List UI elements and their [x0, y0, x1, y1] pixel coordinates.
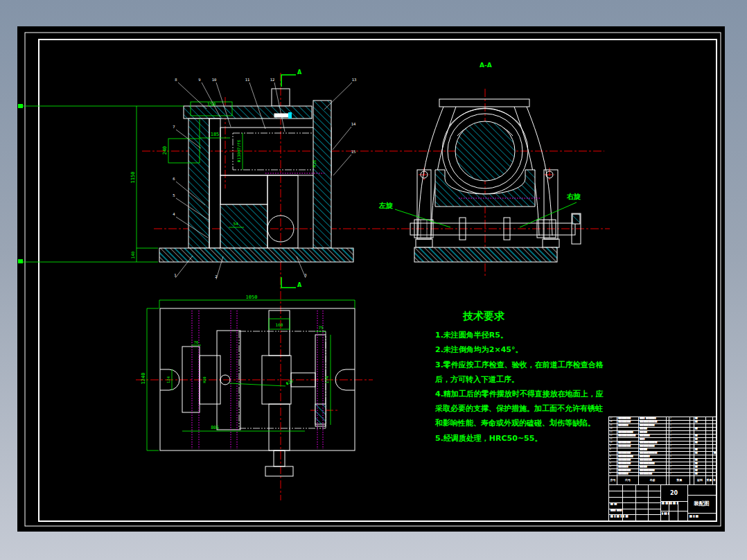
right-hand-thread-label: 右旋 — [566, 193, 581, 200]
title-block-line — [609, 497, 660, 498]
bom-cell — [713, 438, 717, 441]
section-arrow-label-top: A — [297, 69, 302, 76]
dim-flange: 150 — [207, 102, 216, 107]
balloon: 2 — [215, 274, 217, 279]
bom-cell: ██ — [694, 452, 706, 455]
bom-cell: 16 — [609, 421, 617, 423]
dim-plan-span: 805 — [211, 425, 219, 430]
bom-cell: 1 — [669, 424, 690, 427]
bom-cell: 1 — [609, 473, 617, 475]
bom-cell: ██████ — [639, 448, 667, 451]
bom-cell — [706, 452, 713, 455]
bom-cell: 2 — [669, 445, 690, 448]
bom-cell: 9 — [609, 445, 617, 448]
bom-cell: 1 — [669, 435, 690, 437]
dim-plan-height: 1240 — [141, 373, 146, 385]
bom-cell — [694, 431, 706, 434]
bom-header-cell: 代号 — [617, 476, 639, 484]
dim-base: 140 — [130, 251, 135, 259]
bom-cell — [713, 417, 717, 420]
bom-header-cell: 重量 — [706, 476, 713, 484]
bom-cell — [713, 431, 717, 434]
balloon: 5 — [173, 193, 175, 198]
balloon: 14 — [351, 122, 356, 126]
dim-plan-channel: 160 — [276, 322, 283, 327]
balloon: 9 — [198, 78, 200, 82]
bom-cell: 1 — [669, 473, 690, 475]
bom-cell: 1 — [669, 452, 690, 455]
bom-cell: 15 — [609, 424, 617, 427]
bom-cell — [706, 421, 713, 423]
title-block-line — [687, 513, 716, 514]
plan-view — [160, 308, 355, 476]
bom-cell: ██████ — [639, 466, 667, 469]
bom-cell: 12 — [609, 435, 617, 437]
bom-cell: 14 — [609, 428, 617, 430]
bom-cell: ██ — [694, 466, 706, 469]
bom-cell — [694, 455, 706, 458]
bom-cell — [706, 435, 713, 437]
bom-cell — [617, 428, 639, 430]
bom-rows: 17██████████████ ████████2██16██████████… — [609, 417, 716, 476]
balloon: 8 — [175, 78, 177, 82]
bom-cell: 10 — [609, 441, 617, 444]
bom-cell — [617, 448, 639, 451]
bom-cell: ██ — [713, 452, 717, 455]
bom-cell — [706, 431, 713, 434]
bom-cell: ████ — [639, 438, 667, 441]
bom-cell — [694, 445, 706, 448]
bom-cell: 11 — [609, 438, 617, 441]
bom-cell: ██████████████ — [639, 421, 667, 423]
bom-cell: 2 — [669, 417, 690, 420]
bom-header: 序号代号名称数量材料重量备注 — [609, 476, 716, 485]
application-window: 150 185 240 1150 140 Φ130H7/f6 M16 54 A … — [0, 0, 747, 560]
bom-cell: ████████ — [617, 424, 639, 427]
dim-plan-rail: 75 — [318, 325, 324, 330]
bom-header-cell: 材料 — [694, 476, 706, 484]
bom-cell — [706, 469, 713, 472]
section-arrow-label-bottom: A — [297, 282, 302, 288]
bom-cell: ██████████ — [617, 445, 639, 448]
bom-cell: 2 — [669, 466, 690, 469]
dim-plan-hole: Φ25 — [285, 378, 294, 386]
title-block-text: ████ ████ — [610, 509, 622, 512]
bom-cell — [713, 424, 717, 427]
title-block-line — [609, 502, 660, 503]
bom-cell: ██████████ — [617, 459, 639, 462]
left-hand-thread-label: 左旋 — [378, 202, 393, 209]
tech-req-line: 2.未注倒角均为2×45°。 — [435, 345, 523, 354]
bom-cell: ████████████ — [639, 445, 667, 448]
bom-cell: ██ — [694, 417, 706, 420]
balloon: 10 — [212, 78, 217, 82]
bom-cell — [706, 417, 713, 420]
bom-cell — [706, 462, 713, 465]
tech-req-line: 5.经调质处理，HRC50~55。 — [435, 434, 542, 443]
aa-section-view — [410, 99, 581, 262]
bom-cell — [706, 459, 713, 462]
dim-plan-width: 1050 — [246, 295, 258, 300]
section-view-title: A-A — [480, 62, 492, 69]
dim-bore: Φ130H7/f6 — [236, 139, 241, 162]
bom-cell — [706, 445, 713, 448]
bom-cell: ██ — [694, 441, 706, 444]
bom-cell: 1 — [669, 459, 690, 462]
bom-cell: ████████████ — [639, 469, 667, 472]
title-block-text: ██ █ ██ — [689, 516, 698, 518]
bom-header-cell: 数量 — [669, 476, 690, 484]
bom-cell: ██████████ — [617, 469, 639, 472]
tech-req-line: 后，方可转入下道工序。 — [434, 375, 519, 384]
balloon: 3 — [304, 273, 306, 277]
bom-cell: 8 — [609, 448, 617, 451]
bom-cell: ██████████ — [617, 452, 639, 455]
dim-height: 1150 — [130, 172, 136, 184]
bom-cell: 1 — [669, 462, 690, 465]
dim-plan-rail-len: 174 — [324, 376, 329, 383]
bom-cell: ████████ — [639, 455, 667, 458]
bom-cell — [706, 455, 713, 458]
plan-view-dimensions — [147, 300, 355, 450]
title-block-line — [609, 491, 660, 491]
bom-cell — [706, 441, 713, 444]
bom-cell — [713, 421, 717, 423]
tech-req-line: 4.精加工后的零件摆放时不得直接放在地面上，应 — [435, 390, 604, 399]
bom-cell: ██████ — [639, 428, 667, 430]
